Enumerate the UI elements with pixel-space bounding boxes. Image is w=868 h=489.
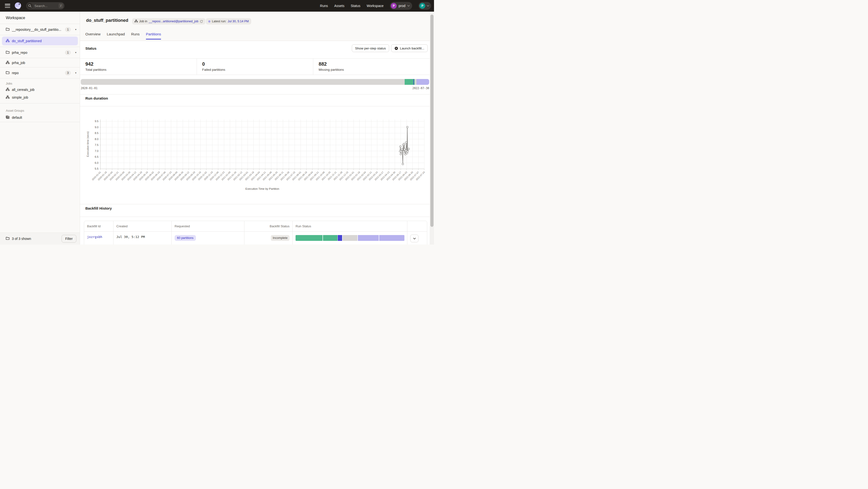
job-icon [6,88,9,92]
sidebar-item-selected: do_stuff_partitioned [2,37,78,45]
asset-group-icon [6,116,9,120]
job-icon [6,39,9,43]
repo-count-label: 3 of 3 shown [12,237,31,240]
column-header-expander [407,221,427,232]
bar-segment-green [323,235,338,241]
svg-text:8.5: 8.5 [95,132,98,134]
expand-row-button[interactable] [410,234,418,242]
search-shortcut-key: / [59,3,63,8]
chevron-down-icon [427,5,429,6]
partition-stats: 942Total partitions0Failed partitions882… [80,58,430,75]
sidebar-item--repository-do-stuff-partitio-[interactable]: __repository__do_stuff_partitio...1▾ [0,24,80,35]
stat-failed-partitions: 0Failed partitions [197,59,313,75]
svg-text:7.5: 7.5 [95,143,98,146]
latest-run-link[interactable]: Jul 30, 5:14 PM [228,20,249,23]
nav-link-workspace[interactable]: Workspace [367,4,383,8]
job-location-chip: Job in __reposi...artitioned@partitioned… [132,18,205,25]
nav-link-assets[interactable]: Assets [334,4,344,8]
sidebar-item-label: all_cereals_job [12,88,34,92]
stat-label: Total partitions [85,68,197,71]
bar-segment-gray [81,79,405,85]
partition-status-bar[interactable] [81,79,429,85]
backfill-history-heading: Backfill History [85,206,112,210]
latest-run-label: Latest run: [212,20,226,23]
requested-partitions-chip[interactable]: 60 partitions [175,235,196,241]
menu-icon[interactable] [5,4,10,8]
sidebar-item-simple-job[interactable]: simple_job [0,94,80,101]
bar-segment-gray [414,79,417,85]
sidebar-item-prha-job[interactable]: prha_job [0,58,80,67]
divider [80,204,430,204]
filter-button[interactable]: Filter [62,235,76,242]
stat-label: Missing partitions [318,68,430,71]
deployment-switcher[interactable]: P prod [390,2,412,10]
main-content: do_stuff_partitioned Job in __reposi...a… [80,12,434,244]
svg-text:Execution time (secs): Execution time (secs) [86,131,89,157]
expander-cell [407,232,427,244]
sidebar-item-label: prha_repo [12,51,27,55]
launch-backfill-button[interactable]: Launch backfill... [391,44,428,52]
partitions-panel: Status Show per-step status Launch backf… [80,41,430,244]
job-chip-prefix: Job in [139,20,147,23]
sidebar-item-prha-repo[interactable]: prha_repo1▾ [0,47,80,58]
deployment-avatar: P [391,3,397,9]
user-menu[interactable]: P [418,2,431,10]
chevron-down-icon [407,5,410,6]
divider [80,217,430,217]
search-placeholder: Search... [34,4,59,8]
stat-missing-partitions: 882Missing partitions [313,59,430,75]
bar-segment-lavender [416,79,429,85]
tab-overview[interactable]: Overview [85,32,101,39]
range-end: 2022-07-30 [412,87,429,90]
sidebar-item-default[interactable]: default [0,113,80,122]
tab-launchpad[interactable]: Launchpad [107,32,125,39]
svg-text:9.0: 9.0 [95,126,98,129]
count-badge: 1 [65,50,71,55]
sidebar-item-do-stuff-partitioned[interactable]: do_stuff_partitioned [0,35,80,47]
sidebar-section-label-jobs: Jobs [0,78,80,86]
column-header-created: Created [113,221,172,232]
backfill-requested-cell: 60 partitions 2020-01-01 2022-07-30 [172,232,244,244]
column-header-requested: Requested [172,221,244,232]
tab-partitions[interactable]: Partitions [146,32,161,39]
workspace-heading: Workspace [0,12,80,24]
column-header-backfill-id: Backfill Id [84,221,113,232]
scrollbar-thumb[interactable] [430,14,434,227]
folder-icon [6,28,9,32]
refresh-icon[interactable] [200,20,203,23]
job-location-link[interactable]: __reposi...artitioned@partitioned_job [149,20,198,23]
sidebar-item-repo[interactable]: repo3▾ [0,67,80,78]
column-header-backfill-status: Backfill Status [244,221,292,232]
svg-text:7.0: 7.0 [95,150,98,153]
scrollbar-track[interactable] [430,12,434,244]
nav-link-status[interactable]: Status [350,4,360,8]
stat-value: 882 [318,61,430,67]
sidebar-item-label: default [12,116,22,120]
status-badge: Incomplete [271,235,289,241]
search-input[interactable]: Search... / [26,2,64,9]
run-duration-chart: 2020-01-012020-01-182020-02-042020-02-21… [80,107,430,196]
caret-down-icon[interactable]: ▾ [75,51,76,54]
backfill-status-cell: Incomplete [244,232,292,244]
sidebar-footer: 3 of 3 shown Filter [0,233,80,244]
table-row: jozrgsbh Jul 30, 5:12 PM 60 partitions 2… [84,232,427,244]
sidebar: Workspace __repository__do_stuff_partiti… [0,12,80,244]
run-status-bar[interactable] [296,235,404,241]
bar-segment-indigo [338,235,342,241]
sidebar-item-all-cereals-job[interactable]: all_cereals_job [0,86,80,94]
caret-down-icon[interactable]: ▾ [75,28,76,31]
column-header-run-status: Run Status [292,221,407,232]
bar-segment-green [296,235,322,241]
backfill-id-link[interactable]: jozrgsbh [87,235,102,239]
user-avatar: P [420,3,425,9]
dagster-logo[interactable] [14,2,22,10]
nav-link-runs[interactable]: Runs [320,4,328,8]
run-duration-heading: Run duration [85,96,108,100]
deployment-label: prod [399,4,405,8]
tab-runs[interactable]: Runs [131,32,140,39]
svg-text:Execution Time by Partition: Execution Time by Partition [245,187,279,190]
run-status-cell [292,232,407,244]
folder-icon [6,71,9,75]
caret-down-icon[interactable]: ▾ [75,71,76,74]
show-per-step-status-button[interactable]: Show per-step status [352,44,390,52]
